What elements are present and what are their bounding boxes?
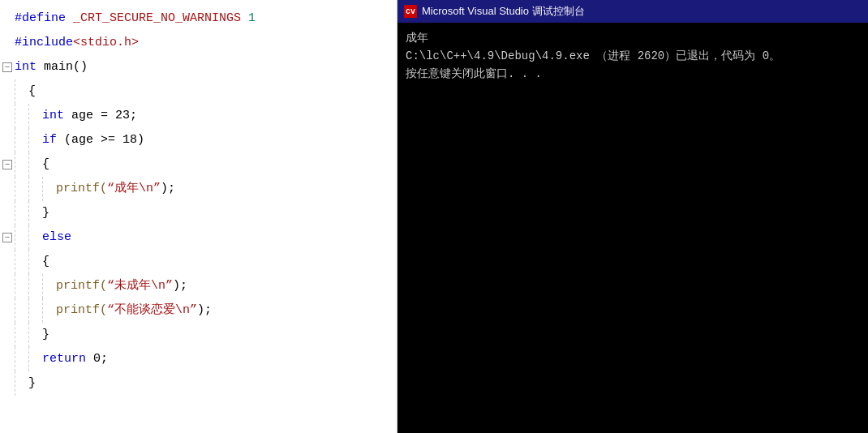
indent-guide	[28, 225, 29, 250]
token: “不能谈恋爱\n”	[107, 303, 197, 317]
code-line: −int main()	[0, 55, 397, 79]
indent-guide	[42, 298, 43, 323]
indent-guide	[28, 128, 29, 152]
token: int	[42, 109, 64, 122]
code-tokens: {	[28, 79, 36, 104]
token: 0;	[86, 352, 108, 366]
code-line: }	[0, 371, 397, 396]
indent-guide	[28, 177, 29, 201]
code-tokens: int main()	[15, 55, 88, 79]
fold-minus-btn[interactable]: −	[2, 233, 12, 242]
token: {	[42, 157, 49, 171]
indent-guide	[15, 274, 15, 298]
code-line: {	[0, 250, 397, 274]
console-titlebar: cv Microsoft Visual Studio 调试控制台	[397, 0, 868, 23]
indent-guide	[42, 177, 43, 201]
code-line: #include<stdio.h>	[0, 31, 397, 55]
token: );	[173, 279, 187, 293]
indent-guide	[28, 347, 29, 371]
token: (age >= 18)	[57, 133, 144, 147]
console-line: 按任意键关闭此窗口. . .	[406, 65, 860, 83]
indent-guide	[15, 104, 15, 128]
indent-guide	[15, 128, 15, 152]
indent-guide	[15, 323, 15, 347]
indent-guide	[15, 152, 15, 177]
fold-minus-btn[interactable]: −	[2, 62, 12, 72]
fold-gutter[interactable]: −	[0, 152, 15, 177]
code-line: printf(“未成年\n”);	[0, 274, 397, 298]
code-line: #define _CRT_SECURE_NO_WARNINGS 1	[0, 6, 397, 31]
console-body: 成年C:\lc\C++\4.9\Debug\4.9.exe （进程 2620）已…	[397, 23, 868, 433]
token: );	[197, 303, 212, 317]
code-content: #define _CRT_SECURE_NO_WARNINGS 1#includ…	[0, 0, 397, 402]
token: else	[42, 230, 71, 244]
code-line: }	[0, 323, 397, 347]
code-line: −else	[0, 225, 397, 250]
fold-minus-btn[interactable]: −	[2, 160, 12, 169]
code-tokens: printf(“不能谈恋爱\n”);	[56, 298, 212, 323]
token: }	[42, 206, 49, 220]
indent-guide	[28, 152, 29, 177]
indent-guide	[15, 201, 15, 225]
code-tokens: }	[42, 201, 49, 225]
code-tokens: }	[28, 371, 36, 396]
token: if	[42, 133, 57, 147]
vs-icon: cv	[404, 5, 417, 18]
code-editor: #define _CRT_SECURE_NO_WARNINGS 1#includ…	[0, 0, 397, 433]
indent-guide	[15, 250, 15, 274]
code-line: int age = 23;	[0, 104, 397, 128]
indent-guide	[15, 347, 15, 371]
indent-guide	[15, 225, 15, 250]
code-tokens: return 0;	[42, 347, 108, 371]
token: {	[42, 255, 49, 268]
code-line: printf(“不能谈恋爱\n”);	[0, 298, 397, 323]
token: {	[28, 84, 36, 98]
indent-guide	[15, 371, 15, 396]
token: printf(	[56, 303, 107, 317]
code-line: return 0;	[0, 347, 397, 371]
debug-console: cv Microsoft Visual Studio 调试控制台 成年C:\lc…	[397, 0, 868, 433]
code-tokens: int age = 23;	[42, 104, 137, 128]
token: <stdio.h>	[73, 36, 139, 49]
code-tokens: else	[42, 225, 71, 250]
token: _CRT_SECURE_NO_WARNINGS	[73, 11, 241, 25]
code-line: printf(“成年\n”);	[0, 177, 397, 201]
code-tokens: }	[42, 323, 49, 347]
code-tokens: #define _CRT_SECURE_NO_WARNINGS 1	[15, 6, 256, 31]
indent-guide	[15, 298, 15, 323]
indent-guide	[28, 274, 29, 298]
indent-guide	[42, 274, 43, 298]
indent-guide	[28, 323, 29, 347]
token: age = 23;	[64, 109, 137, 122]
token: “成年\n”	[107, 182, 161, 195]
token: int	[15, 60, 37, 74]
token: );	[161, 182, 175, 195]
token: “未成年\n”	[107, 279, 173, 293]
code-tokens: #include<stdio.h>	[15, 31, 139, 55]
fold-gutter[interactable]: −	[0, 55, 15, 79]
indent-guide	[15, 79, 15, 104]
code-tokens: {	[42, 152, 49, 177]
token: printf(	[56, 279, 107, 293]
token: main()	[37, 60, 88, 74]
indent-guide	[28, 298, 29, 323]
indent-guide	[28, 104, 29, 128]
token: printf(	[56, 182, 107, 195]
token: 1	[241, 11, 256, 25]
code-tokens: printf(“成年\n”);	[56, 177, 175, 201]
fold-gutter[interactable]: −	[0, 225, 15, 250]
token: #include	[15, 36, 73, 49]
indent-guide	[28, 250, 29, 274]
code-tokens: {	[42, 250, 49, 274]
indent-guide	[28, 201, 29, 225]
token: }	[42, 328, 49, 341]
code-tokens: printf(“未成年\n”);	[56, 274, 187, 298]
token: return	[42, 352, 86, 366]
code-tokens: if (age >= 18)	[42, 128, 144, 152]
console-line: C:\lc\C++\4.9\Debug\4.9.exe （进程 2620）已退出…	[406, 47, 860, 65]
token: }	[28, 376, 36, 390]
console-line: 成年	[406, 29, 860, 47]
indent-guide	[15, 177, 15, 201]
token: #define	[15, 11, 73, 25]
code-line: −{	[0, 152, 397, 177]
